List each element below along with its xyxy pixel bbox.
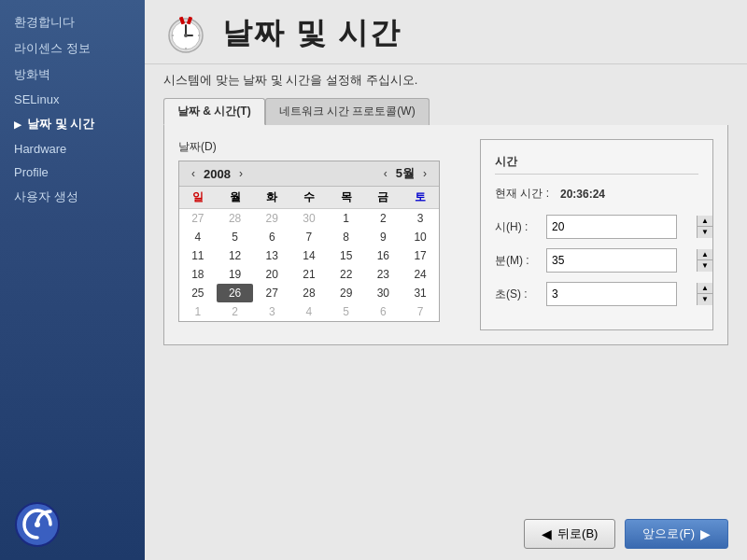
weekday-wed: 수 bbox=[290, 187, 328, 209]
hour-down-button[interactable]: ▼ bbox=[698, 227, 712, 238]
next-month-button[interactable]: › bbox=[418, 165, 431, 182]
calendar-day[interactable]: 22 bbox=[328, 265, 365, 284]
calendar-day[interactable]: 11 bbox=[179, 246, 217, 265]
calendar-day[interactable]: 13 bbox=[253, 246, 290, 265]
calendar-label: 날짜(D) bbox=[178, 139, 461, 155]
calendar-section: 날짜(D) ‹ 2008 › ‹ 5월 › bbox=[178, 139, 461, 330]
tab-ntp[interactable]: 네트워크 시간 프로토콜(W) bbox=[265, 98, 430, 125]
calendar-day[interactable]: 30 bbox=[290, 209, 328, 229]
sidebar-item-welcome[interactable]: 환경합니다 bbox=[0, 9, 145, 35]
second-down-button[interactable]: ▼ bbox=[698, 294, 712, 305]
calendar-day[interactable]: 7 bbox=[402, 302, 439, 321]
calendar-day[interactable]: 6 bbox=[365, 302, 402, 321]
tab-datetime[interactable]: 날짜 & 시간(T) bbox=[163, 98, 265, 125]
calendar-day[interactable]: 4 bbox=[179, 228, 217, 246]
calendar-day[interactable]: 28 bbox=[290, 284, 328, 302]
calendar-day[interactable]: 4 bbox=[290, 302, 328, 321]
calendar-day[interactable]: 14 bbox=[290, 246, 328, 265]
sidebar-item-hardware[interactable]: Hardware bbox=[0, 137, 145, 161]
sidebar-item-label: 방화벽 bbox=[14, 66, 50, 83]
calendar-grid: 일 월 화 수 목 금 토 27282930123456789101112131… bbox=[179, 187, 439, 321]
tab-content: 날짜(D) ‹ 2008 › ‹ 5월 › bbox=[163, 125, 728, 345]
calendar-day[interactable]: 5 bbox=[328, 302, 365, 321]
hour-label: 시(H) : bbox=[495, 219, 546, 235]
calendar-day[interactable]: 8 bbox=[328, 228, 365, 246]
calendar-day[interactable]: 29 bbox=[253, 209, 290, 229]
calendar-day[interactable]: 27 bbox=[253, 284, 290, 302]
calendar-day[interactable]: 15 bbox=[328, 246, 365, 265]
second-up-button[interactable]: ▲ bbox=[698, 283, 712, 294]
svg-point-10 bbox=[185, 48, 187, 49]
sidebar-item-label: Profile bbox=[14, 165, 49, 179]
calendar-day[interactable]: 24 bbox=[402, 265, 439, 284]
calendar-day[interactable]: 9 bbox=[365, 228, 402, 246]
minute-down-button[interactable]: ▼ bbox=[698, 260, 712, 272]
sidebar-item-datetime[interactable]: 날짜 및 시간 bbox=[0, 111, 145, 137]
sidebar-item-label: 날짜 및 시간 bbox=[27, 116, 94, 133]
sidebar-item-label: 환경합니다 bbox=[14, 14, 75, 31]
svg-point-12 bbox=[198, 35, 200, 36]
hour-input[interactable] bbox=[547, 217, 697, 236]
calendar-day[interactable]: 30 bbox=[365, 284, 402, 302]
calendar-day[interactable]: 7 bbox=[290, 228, 328, 246]
calendar-day[interactable]: 3 bbox=[402, 209, 439, 229]
calendar-day[interactable]: 21 bbox=[290, 265, 328, 284]
calendar-day[interactable]: 2 bbox=[365, 209, 402, 229]
back-button[interactable]: ◀ 뒤로(B) bbox=[524, 519, 615, 549]
sidebar-item-license[interactable]: 라이센스 정보 bbox=[0, 35, 145, 62]
minute-up-button[interactable]: ▲ bbox=[698, 249, 712, 260]
second-input[interactable] bbox=[547, 285, 697, 303]
calendar-day[interactable]: 27 bbox=[179, 209, 217, 229]
calendar-day[interactable]: 20 bbox=[253, 265, 290, 284]
weekday-fri: 금 bbox=[365, 187, 402, 209]
sidebar-item-label: Hardware bbox=[14, 142, 66, 156]
calendar-day[interactable]: 1 bbox=[179, 302, 217, 321]
prev-year-button[interactable]: ‹ bbox=[187, 165, 200, 182]
time-section: 시간 현재 시간 : 20:36:24 시(H) : ▲ ▼ 분(M) : bbox=[480, 139, 713, 330]
current-time-label: 현재 시간 : bbox=[495, 186, 560, 202]
calendar-month: 5월 bbox=[396, 165, 415, 182]
main-content: 날짜 및 시간 시스템에 맞는 날짜 및 시간을 설정해 주십시오. 날짜 & … bbox=[145, 0, 747, 560]
calendar-day[interactable]: 31 bbox=[402, 284, 439, 302]
calendar-day[interactable]: 23 bbox=[365, 265, 402, 284]
time-section-title: 시간 bbox=[495, 154, 698, 175]
svg-point-9 bbox=[185, 21, 187, 23]
sidebar-item-firewall[interactable]: 방화벽 bbox=[0, 62, 145, 88]
calendar-day[interactable]: 1 bbox=[328, 209, 365, 229]
sidebar-item-createuser[interactable]: 사용자 생성 bbox=[0, 184, 145, 210]
calendar-day[interactable]: 6 bbox=[253, 228, 290, 246]
calendar-day[interactable]: 18 bbox=[179, 265, 217, 284]
current-time-row: 현재 시간 : 20:36:24 bbox=[495, 186, 698, 202]
svg-point-6 bbox=[184, 34, 188, 37]
calendar-day[interactable]: 16 bbox=[365, 246, 402, 265]
sidebar: 환경합니다 라이센스 정보 방화벽 SELinux 날짜 및 시간 Hardwa… bbox=[0, 0, 145, 560]
hour-up-button[interactable]: ▲ bbox=[698, 216, 712, 227]
sidebar-item-profile[interactable]: Profile bbox=[0, 161, 145, 184]
calendar-day[interactable]: 29 bbox=[328, 284, 365, 302]
calendar-day[interactable]: 10 bbox=[402, 228, 439, 246]
current-time-value: 20:36:24 bbox=[560, 188, 605, 201]
calendar-day[interactable]: 2 bbox=[217, 302, 254, 321]
sidebar-item-selinux[interactable]: SELinux bbox=[0, 88, 145, 111]
calendar-day[interactable]: 5 bbox=[217, 228, 254, 246]
month-nav: ‹ 5월 › bbox=[379, 165, 431, 182]
minute-input[interactable] bbox=[547, 251, 697, 270]
calendar-box: ‹ 2008 › ‹ 5월 › 일 월 bbox=[178, 161, 440, 322]
calendar-day[interactable]: 25 bbox=[179, 284, 217, 302]
calendar-day[interactable]: 28 bbox=[217, 209, 254, 229]
back-arrow-icon: ◀ bbox=[542, 526, 552, 541]
calendar-day[interactable]: 17 bbox=[402, 246, 439, 265]
sidebar-item-label: SELinux bbox=[14, 92, 59, 106]
minute-spinner-buttons: ▲ ▼ bbox=[697, 249, 712, 272]
calendar-day[interactable]: 26 bbox=[217, 284, 254, 302]
back-button-label: 뒤로(B) bbox=[557, 525, 598, 542]
prev-month-button[interactable]: ‹ bbox=[379, 165, 392, 182]
weekday-sat: 토 bbox=[402, 187, 439, 209]
calendar-day[interactable]: 19 bbox=[217, 265, 254, 284]
next-year-button[interactable]: › bbox=[234, 165, 247, 182]
forward-button[interactable]: 앞으로(F) ▶ bbox=[625, 519, 728, 549]
calendar-day[interactable]: 12 bbox=[217, 246, 254, 265]
weekday-tue: 화 bbox=[253, 187, 290, 209]
calendar-day[interactable]: 3 bbox=[253, 302, 290, 321]
sidebar-item-label: 사용자 생성 bbox=[14, 189, 78, 205]
